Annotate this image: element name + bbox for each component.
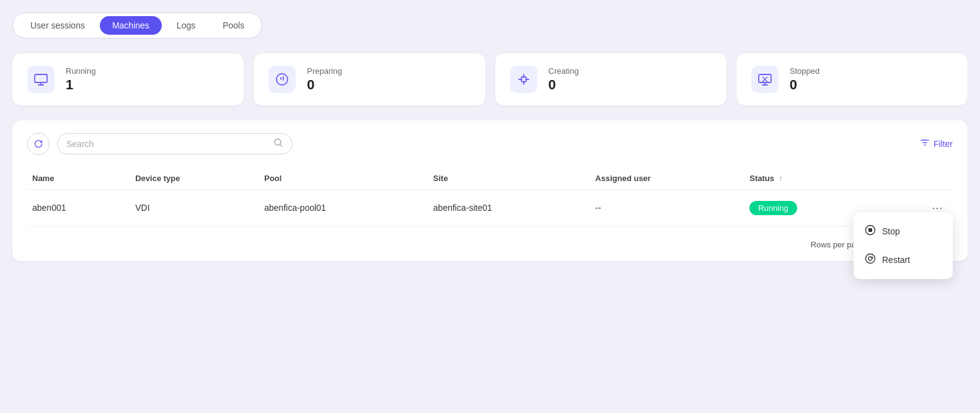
filter-label: Filter bbox=[934, 139, 953, 149]
tab-pools[interactable]: Pools bbox=[210, 16, 257, 35]
tab-bar: User sessions Machines Logs Pools bbox=[12, 12, 262, 38]
table-row: aben001 VDI abenfica-pool01 abenfica-sit… bbox=[27, 190, 953, 226]
restart-action[interactable]: Restart bbox=[854, 246, 953, 274]
running-icon bbox=[27, 66, 55, 93]
col-status: Status ↑ bbox=[744, 167, 880, 190]
col-actions bbox=[880, 167, 953, 190]
status-badge: Running bbox=[749, 201, 797, 215]
toolbar: Filter bbox=[27, 133, 953, 155]
sort-arrow[interactable]: ↑ bbox=[779, 174, 783, 183]
tab-machines[interactable]: Machines bbox=[100, 16, 162, 35]
col-pool: Pool bbox=[259, 167, 428, 190]
stopped-label: Stopped bbox=[790, 66, 819, 76]
svg-point-1 bbox=[276, 74, 288, 85]
cell-site: abenfica-site01 bbox=[428, 190, 591, 226]
search-input[interactable] bbox=[66, 139, 268, 149]
stop-label: Stop bbox=[882, 226, 900, 236]
col-device-type: Device type bbox=[130, 167, 259, 190]
running-label: Running bbox=[66, 66, 95, 76]
search-icon bbox=[273, 138, 283, 150]
actions-dropdown: Stop Restart bbox=[854, 212, 953, 279]
cell-pool: abenfica-pool01 bbox=[259, 190, 428, 226]
col-assigned-user: Assigned user bbox=[590, 167, 744, 190]
table-header: Name Device type Pool Site Assigned user… bbox=[27, 167, 953, 190]
running-value: 1 bbox=[66, 77, 95, 93]
stop-action[interactable]: Stop bbox=[854, 217, 953, 246]
refresh-button[interactable] bbox=[27, 133, 50, 155]
stat-card-stopped: Stopped 0 bbox=[736, 53, 968, 105]
stat-card-running: Running 1 bbox=[12, 53, 244, 105]
creating-icon bbox=[510, 66, 537, 93]
main-panel: Filter Name Device type Pool Site Assign… bbox=[12, 120, 968, 261]
svg-point-9 bbox=[866, 254, 875, 264]
creating-value: 0 bbox=[549, 77, 579, 93]
svg-rect-8 bbox=[868, 228, 872, 232]
svg-rect-3 bbox=[759, 74, 771, 82]
col-name: Name bbox=[27, 167, 130, 190]
col-site: Site bbox=[428, 167, 591, 190]
cell-assigned-user: -- bbox=[590, 190, 744, 226]
stop-icon bbox=[865, 224, 876, 238]
machines-table: Name Device type Pool Site Assigned user… bbox=[27, 167, 953, 226]
pagination: Rows per page: 10 ▾ 1-1 of 1 ‹ › bbox=[27, 238, 953, 251]
cell-name: aben001 bbox=[27, 190, 130, 226]
preparing-icon bbox=[268, 66, 296, 93]
filter-button[interactable]: Filter bbox=[920, 138, 953, 150]
restart-label: Restart bbox=[882, 255, 910, 265]
stat-cards: Running 1 Preparing 0 Creating 0 bbox=[12, 53, 968, 105]
tab-logs[interactable]: Logs bbox=[164, 16, 208, 35]
search-box bbox=[57, 133, 293, 154]
preparing-label: Preparing bbox=[307, 66, 342, 76]
filter-icon bbox=[920, 138, 930, 150]
preparing-value: 0 bbox=[307, 77, 342, 93]
stat-card-preparing: Preparing 0 bbox=[254, 53, 485, 105]
cell-device-type: VDI bbox=[130, 190, 259, 226]
stat-card-creating: Creating 0 bbox=[495, 53, 726, 105]
actions-cell: ⋯ Stop bbox=[880, 190, 953, 226]
stopped-icon bbox=[751, 66, 779, 93]
svg-rect-0 bbox=[35, 74, 47, 82]
restart-icon bbox=[865, 253, 876, 267]
stopped-value: 0 bbox=[790, 77, 819, 93]
tab-user-sessions[interactable]: User sessions bbox=[18, 16, 97, 35]
creating-label: Creating bbox=[549, 66, 579, 76]
